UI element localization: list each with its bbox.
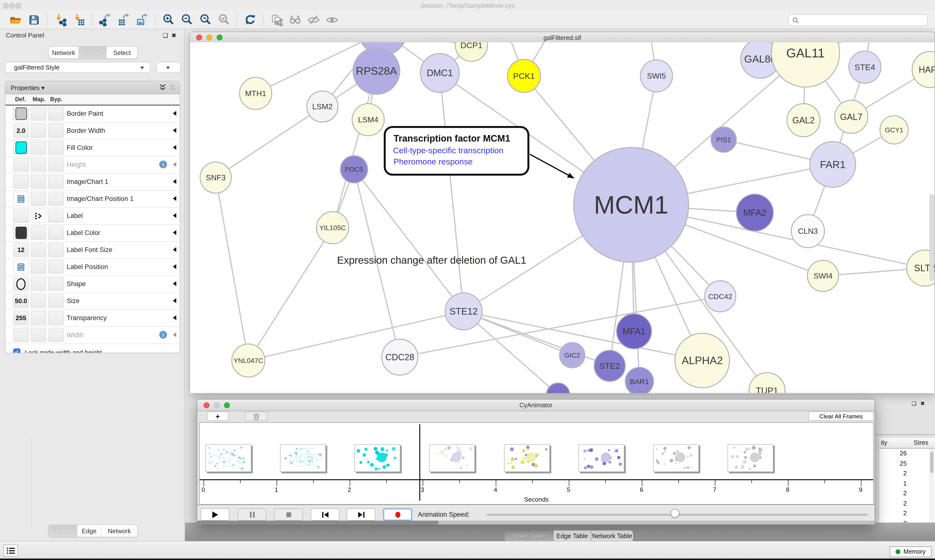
expand-all-icon[interactable] xyxy=(159,84,166,91)
mapping-cell[interactable] xyxy=(31,209,46,223)
info-icon[interactable]: i xyxy=(159,331,167,338)
bypass-cell[interactable] xyxy=(48,158,64,172)
default-swatch[interactable] xyxy=(15,142,26,154)
import-table-button[interactable] xyxy=(72,13,86,26)
property-row-height[interactable]: Heighti xyxy=(5,157,180,174)
default-cell[interactable] xyxy=(13,158,29,172)
expand-row-icon[interactable] xyxy=(173,298,176,303)
table-row[interactable]: 2 xyxy=(879,498,935,508)
mapping-cell[interactable] xyxy=(31,311,46,325)
default-cell[interactable]: 12 xyxy=(13,243,29,257)
tab-network-table[interactable]: Network Table xyxy=(591,530,633,542)
show-all-button[interactable] xyxy=(325,13,339,26)
table-panel-window-icons[interactable]: ❑✖ xyxy=(912,400,929,407)
mapping-cell[interactable] xyxy=(31,141,46,155)
panel-window-icons[interactable]: ❑✖ xyxy=(163,32,180,39)
network-edge[interactable] xyxy=(333,71,376,228)
frame-thumbnail-2[interactable] xyxy=(280,444,326,472)
bypass-cell[interactable] xyxy=(48,294,64,308)
default-cell[interactable] xyxy=(13,226,29,240)
lock-node-size-row[interactable]: ✓ Lock node width and height xyxy=(5,344,180,353)
open-folder-button[interactable] xyxy=(9,13,22,26)
timeline-hscrollbar[interactable] xyxy=(197,521,875,525)
expand-row-icon[interactable] xyxy=(173,315,176,320)
mapping-cell[interactable] xyxy=(31,175,46,189)
delete-frame-button[interactable] xyxy=(245,412,267,421)
expand-row-icon[interactable] xyxy=(173,281,176,286)
default-cell[interactable] xyxy=(13,277,29,291)
hide-selected-button[interactable] xyxy=(307,13,321,26)
table-row[interactable]: 26 xyxy=(879,449,935,458)
expand-row-icon[interactable] xyxy=(173,230,176,235)
record-button[interactable] xyxy=(383,508,412,521)
tab-node-table[interactable]: Node Table xyxy=(505,530,553,542)
bypass-cell[interactable] xyxy=(48,260,64,274)
property-row-image-chart-position-1[interactable]: Image/Chart Position 1 xyxy=(5,191,180,208)
animation-speed-handle[interactable] xyxy=(671,509,679,518)
memory-button[interactable]: Memory xyxy=(890,546,932,557)
bypass-cell[interactable] xyxy=(48,141,64,155)
mapping-cell[interactable] xyxy=(31,106,46,121)
bypass-cell[interactable] xyxy=(48,123,64,138)
default-cell[interactable]: 255 xyxy=(13,311,29,325)
skip-start-button[interactable] xyxy=(311,508,339,521)
zoom-out-button[interactable] xyxy=(180,13,194,26)
network-edge[interactable] xyxy=(354,169,464,311)
network-edge[interactable] xyxy=(464,311,610,366)
tab-edge[interactable]: Edge xyxy=(77,525,101,537)
properties-header[interactable]: Properties ▾ xyxy=(5,81,180,94)
first-neighbors-button[interactable] xyxy=(288,13,302,26)
clear-all-frames-button[interactable]: Clear All Frames xyxy=(808,412,874,421)
table-row[interactable]: 25 xyxy=(879,458,935,469)
bypass-cell[interactable] xyxy=(48,226,64,240)
expand-row-icon[interactable] xyxy=(173,196,176,201)
table-scrollbar-thumb[interactable] xyxy=(930,451,933,473)
lock-checkbox[interactable]: ✓ xyxy=(13,348,20,353)
zoom-selected-button[interactable] xyxy=(217,13,231,26)
property-row-border-paint[interactable]: Border Paint xyxy=(5,106,180,123)
canvas-caption[interactable]: Expression change after deletion of GAL1 xyxy=(337,254,526,266)
network-edge[interactable] xyxy=(248,311,464,360)
zoom-fit-button[interactable] xyxy=(199,13,212,26)
network-edge[interactable] xyxy=(440,73,464,311)
search-input[interactable] xyxy=(788,14,928,26)
export-table-button[interactable] xyxy=(117,13,131,26)
expand-row-icon[interactable] xyxy=(173,332,176,337)
table-row[interactable]: 1 xyxy=(879,478,935,488)
bypass-cell[interactable] xyxy=(48,209,64,223)
mapping-cell[interactable] xyxy=(31,123,46,138)
frame-thumbnail-5[interactable] xyxy=(504,444,550,472)
info-icon[interactable]: i xyxy=(159,160,167,168)
tab-style[interactable]: Style xyxy=(79,47,106,58)
expand-row-icon[interactable] xyxy=(173,145,176,150)
tab-select[interactable]: Select xyxy=(106,47,137,58)
default-cell[interactable] xyxy=(13,175,29,189)
expand-row-icon[interactable] xyxy=(173,247,176,252)
tab-edge-table[interactable]: Edge Table xyxy=(553,530,591,542)
default-swatch[interactable] xyxy=(15,227,26,239)
cyanimator-titlebar[interactable]: CyAnimator xyxy=(197,400,875,411)
default-cell[interactable] xyxy=(13,209,29,223)
timeline-hscrollbar-thumb[interactable] xyxy=(197,521,439,525)
default-cell[interactable] xyxy=(13,192,29,206)
tab-network[interactable]: Network xyxy=(49,47,79,58)
expand-row-icon[interactable] xyxy=(173,213,176,218)
network-edge[interactable] xyxy=(216,178,248,360)
mapping-cell[interactable] xyxy=(31,158,46,172)
import-network-button[interactable] xyxy=(54,13,67,26)
default-swatch[interactable] xyxy=(15,108,26,120)
expand-row-icon[interactable] xyxy=(173,264,176,269)
property-row-label[interactable]: Label xyxy=(5,208,180,225)
add-frame-button[interactable]: + xyxy=(207,412,228,421)
bypass-cell[interactable] xyxy=(48,175,64,189)
table-row[interactable]: 2 xyxy=(879,508,935,518)
table-row[interactable]: 2 xyxy=(879,469,935,478)
tab-network[interactable]: Network xyxy=(101,525,137,537)
zoom-in-button[interactable] xyxy=(162,13,175,26)
mapping-cell[interactable] xyxy=(31,294,46,308)
property-row-label-position[interactable]: Label Position xyxy=(5,259,180,276)
bypass-cell[interactable] xyxy=(48,192,64,206)
frame-thumbnail-3[interactable] xyxy=(355,444,400,472)
play-button[interactable] xyxy=(201,508,229,521)
expand-row-icon[interactable] xyxy=(173,128,176,133)
